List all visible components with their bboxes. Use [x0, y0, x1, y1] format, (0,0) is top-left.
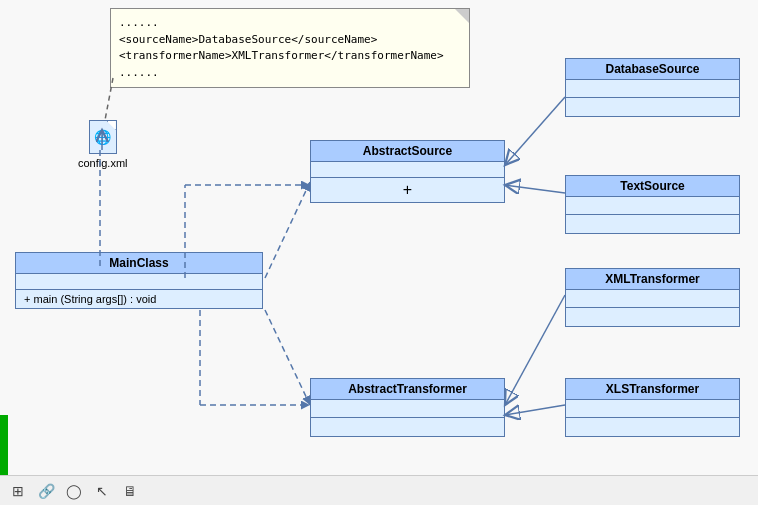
abstract-source-header: AbstractSource — [311, 141, 504, 162]
xml-transformer-section1 — [566, 290, 739, 308]
abstract-transformer-header: AbstractTransformer — [311, 379, 504, 400]
main-class-box[interactable]: MainClass + main (String args[]) : void — [15, 252, 263, 309]
database-source-header: DatabaseSource — [566, 59, 739, 80]
xml-transformer-section2 — [566, 308, 739, 326]
config-label: config.xml — [78, 157, 128, 169]
xml-transformer-header: XMLTransformer — [566, 269, 739, 290]
abstract-transformer-section1 — [311, 400, 504, 418]
xml-transformer-box[interactable]: XMLTransformer — [565, 268, 740, 327]
xlst-transformer-header: XLSTransformer — [566, 379, 739, 400]
abstract-source-section2: + — [311, 178, 504, 202]
abstract-source-box[interactable]: AbstractSource + — [310, 140, 505, 203]
text-source-header: TextSource — [566, 176, 739, 197]
draw-icon[interactable]: ◯ — [64, 481, 84, 501]
green-status-bar — [0, 415, 8, 475]
xlst-transformer-section1 — [566, 400, 739, 418]
database-source-section2 — [566, 98, 739, 116]
database-source-section1 — [566, 80, 739, 98]
note-line-4: ...... — [119, 65, 461, 82]
main-class-method: + main (String args[]) : void — [16, 290, 262, 308]
database-source-box[interactable]: DatabaseSource — [565, 58, 740, 117]
svg-line-7 — [505, 295, 565, 405]
note-line-3: <transformerName>XMLTransformer</transfo… — [119, 48, 461, 65]
abstract-source-section1 — [311, 162, 504, 178]
note-line-1: ...... — [119, 15, 461, 32]
grid-icon[interactable]: ⊞ — [8, 481, 28, 501]
text-source-box[interactable]: TextSource — [565, 175, 740, 234]
main-class-header: MainClass — [16, 253, 262, 274]
toolbar: ⊞ 🔗 ◯ ↖ 🖥 — [0, 475, 758, 505]
text-source-section2 — [566, 215, 739, 233]
xlst-transformer-box[interactable]: XLSTransformer — [565, 378, 740, 437]
main-class-section1 — [16, 274, 262, 290]
abstract-transformer-section2 — [311, 418, 504, 436]
select-icon[interactable]: ↖ — [92, 481, 112, 501]
note-box: ...... <sourceName>DatabaseSource</sourc… — [110, 8, 470, 88]
device-icon[interactable]: 🖥 — [120, 481, 140, 501]
svg-line-6 — [505, 185, 565, 193]
note-line-2: <sourceName>DatabaseSource</sourceName> — [119, 32, 461, 49]
abstract-transformer-box[interactable]: AbstractTransformer — [310, 378, 505, 437]
file-icon: 🌐 — [89, 120, 117, 154]
svg-line-2 — [265, 182, 310, 278]
svg-line-3 — [265, 310, 310, 405]
link-icon[interactable]: 🔗 — [36, 481, 56, 501]
config-xml-icon[interactable]: 🌐 config.xml — [78, 120, 128, 169]
canvas: ...... <sourceName>DatabaseSource</sourc… — [0, 0, 758, 505]
xlst-transformer-section2 — [566, 418, 739, 436]
svg-line-8 — [505, 405, 565, 415]
text-source-section1 — [566, 197, 739, 215]
svg-line-5 — [505, 97, 565, 165]
